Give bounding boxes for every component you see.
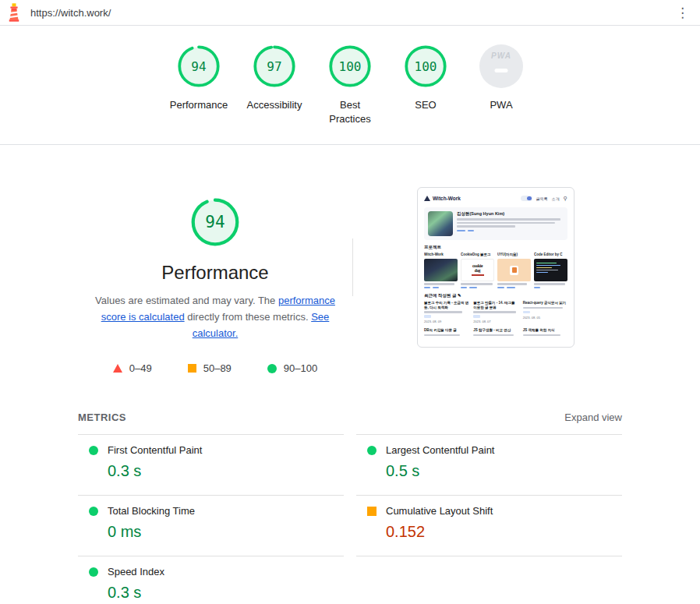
score-legend: 0–49 50–89 90–100	[113, 362, 317, 374]
description-text: Values are estimated and may vary. The	[95, 295, 278, 306]
text-bar	[457, 222, 555, 224]
project-card: UYU(마지움)	[497, 253, 531, 288]
post-item: JS 객체를 위한 지식	[523, 328, 567, 336]
metric-cumulative-layout-shift: Cumulative Layout Shift 0.152	[356, 495, 622, 556]
score-value: 100	[328, 44, 372, 88]
thumb-project-cards: Witch-Work CookieDog 블로그 cookie dog	[424, 253, 567, 288]
post-item: JS 탐구생활 - 비교 연산	[473, 328, 518, 336]
metric-name: Total Blocking Time	[108, 505, 195, 517]
legend-range: 0–49	[129, 362, 152, 374]
topbar: https://witch.work/ ⋮	[0, 0, 700, 26]
legend-average: 50–89	[188, 362, 232, 374]
project-image	[497, 259, 531, 281]
score-summary: 94 Performance 97 Accessibility 100 Best…	[0, 26, 700, 145]
tag-chip	[534, 287, 540, 289]
pwa-dash-icon	[495, 69, 508, 72]
text-bar	[424, 311, 462, 313]
thumb-nav-item: 글목록	[536, 196, 548, 201]
pwa-badge-text: PWA	[479, 51, 523, 60]
thumb-site-header: Witch-Work 글목록 소개 ⚲	[424, 193, 567, 203]
text-bar	[497, 283, 527, 285]
pass-circle-icon	[89, 567, 98, 577]
thumb-profile-name: 김성현(Sung Hyun Kim)	[457, 211, 564, 217]
fail-triangle-icon	[113, 364, 122, 373]
performance-category-header: 94 Performance Values are estimated and …	[78, 145, 622, 374]
metric-name: Largest Contentful Paint	[386, 444, 494, 456]
search-icon: ⚲	[564, 196, 567, 201]
score-label: SEO	[415, 98, 436, 112]
text-bar	[424, 283, 454, 285]
thumb-profile-card: 김성현(Sung Hyun Kim)	[424, 207, 567, 240]
tag-chip	[523, 311, 530, 314]
score-label: PWA	[490, 98, 512, 112]
project-image	[534, 259, 567, 281]
metric-name: First Contentful Paint	[108, 444, 202, 456]
score-label: Accessibility	[247, 98, 302, 112]
final-screenshot-thumbnail[interactable]: Witch-Work 글목록 소개 ⚲ 김성현(Sung Hyun Kim)	[417, 187, 574, 348]
project-card: CookieDog 블로그 cookie dog	[461, 253, 494, 288]
kebab-menu-icon[interactable]: ⋮	[673, 5, 692, 21]
metric-largest-contentful-paint: Largest Contentful Paint 0.5 s	[356, 434, 622, 495]
gauge-best-practices[interactable]: 100 Best Practices	[313, 44, 388, 144]
tag-chip	[424, 287, 430, 289]
thumb-section-recent: 최근에 작성된 글 ✎	[424, 293, 567, 298]
text-bar	[523, 334, 561, 337]
gauge-accessibility[interactable]: 97 Accessibility	[237, 44, 313, 144]
thumb-section-projects: 프로젝트	[424, 245, 567, 250]
uyu-logo-icon	[512, 267, 517, 273]
metrics-column-right: Largest Contentful Paint 0.5 s Cumulativ…	[356, 434, 622, 604]
post-item: 블로그 수리 기록 - 조금씩 변동, 다시 최적화 2023. 08. 09	[424, 301, 468, 323]
legend-range: 90–100	[284, 362, 317, 374]
text-bar	[424, 334, 460, 337]
thumb-avatar	[428, 211, 453, 236]
project-image: cookie dog	[461, 259, 494, 281]
pass-circle-icon	[89, 507, 98, 516]
average-square-icon	[188, 364, 196, 373]
thumb-nav-item: 소개	[552, 196, 560, 201]
expand-view-button[interactable]: Expand view	[564, 411, 622, 423]
pass-circle-icon	[267, 364, 277, 373]
category-description: Values are estimated and may vary. The p…	[85, 293, 345, 341]
score-label: Best Practices	[319, 98, 381, 125]
tag-chip	[469, 287, 477, 289]
score-value: 94	[190, 197, 240, 247]
theme-toggle-icon	[521, 196, 532, 201]
vertical-divider	[352, 238, 353, 296]
text-bar	[523, 307, 564, 309]
metric-value: 0.152	[386, 523, 622, 541]
tag-chip	[507, 287, 515, 289]
category-title: Performance	[161, 262, 268, 284]
project-image	[424, 259, 458, 281]
legend-pass: 90–100	[267, 362, 317, 374]
text-bar	[473, 311, 515, 313]
tag-chip	[497, 287, 504, 289]
profile-link-bar	[457, 230, 465, 232]
post-item: DB의 키값을 다룬 글	[424, 328, 468, 336]
metric-value: 0.3 s	[108, 462, 344, 480]
project-card: Witch-Work	[424, 253, 458, 288]
metrics-column-left: First Contentful Paint 0.3 s Total Block…	[78, 434, 344, 604]
metric-total-blocking-time: Total Blocking Time 0 ms	[78, 495, 344, 556]
score-value: 97	[253, 44, 296, 88]
metrics-header: METRICS Expand view	[78, 411, 622, 434]
tag-chip	[433, 287, 439, 289]
pwa-badge-icon: PWA	[479, 44, 523, 88]
legend-range: 50–89	[203, 362, 232, 374]
text-bar	[457, 225, 515, 228]
gauge-performance[interactable]: 94 Performance	[161, 44, 237, 144]
metric-speed-index: Speed Index 0.3 s	[78, 556, 344, 604]
metric-value: 0.3 s	[108, 584, 344, 602]
post-item: 블로그 만들기 - 14. 태그를 이용한 글 분류 2023. 08. 07	[473, 301, 518, 323]
score-value: 100	[404, 44, 447, 88]
metric-first-contentful-paint: First Contentful Paint 0.3 s	[78, 434, 344, 495]
tag-chip	[424, 315, 431, 318]
gauge-seo[interactable]: 100 SEO	[388, 44, 464, 144]
average-square-icon	[367, 507, 377, 516]
thumb-nav: 글목록 소개 ⚲	[521, 196, 567, 201]
description-text: directly from these metrics.	[185, 311, 312, 323]
profile-link-bar	[468, 230, 474, 232]
metrics-grid: First Contentful Paint 0.3 s Total Block…	[78, 434, 622, 604]
gauge-pwa[interactable]: PWA PWA	[464, 44, 539, 144]
post-item: React-query 공식문서 읽기 2023. 08. 05	[523, 301, 567, 323]
text-bar	[473, 334, 514, 337]
